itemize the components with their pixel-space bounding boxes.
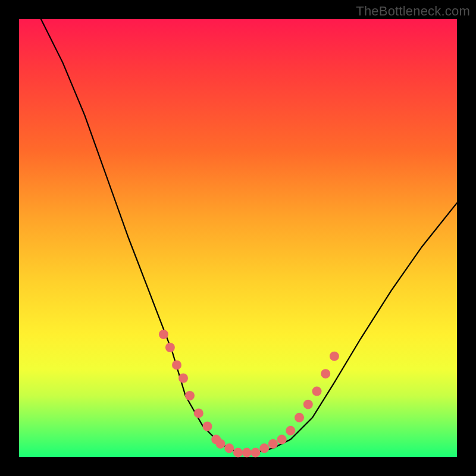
highlight-dot xyxy=(250,448,260,458)
highlight-dot xyxy=(321,369,330,378)
highlight-dot xyxy=(172,360,181,369)
highlight-dot xyxy=(165,343,175,352)
highlight-dot xyxy=(242,448,252,458)
plot-area xyxy=(19,19,457,457)
highlight-dot xyxy=(259,443,269,453)
watermark-text: TheBottleneck.com xyxy=(356,4,470,19)
highlight-dot xyxy=(303,400,313,409)
chart-frame: TheBottleneck.com xyxy=(0,0,476,476)
highlight-dot xyxy=(233,448,243,458)
curve-svg xyxy=(19,19,457,457)
highlight-dot xyxy=(277,435,287,444)
highlight-dot xyxy=(178,374,188,383)
highlight-dot xyxy=(203,422,212,431)
highlight-dot xyxy=(159,330,168,339)
highlight-dot xyxy=(268,439,278,449)
highlight-dot xyxy=(224,443,234,453)
bottleneck-curve xyxy=(41,19,457,453)
highlight-dot xyxy=(194,408,203,418)
highlight-dot xyxy=(216,439,226,449)
highlight-dot xyxy=(185,391,195,400)
highlight-dot xyxy=(312,387,322,396)
highlight-dot xyxy=(286,426,295,436)
highlight-dots xyxy=(159,330,339,458)
highlight-dot xyxy=(330,352,339,361)
highlight-dot xyxy=(295,413,304,422)
